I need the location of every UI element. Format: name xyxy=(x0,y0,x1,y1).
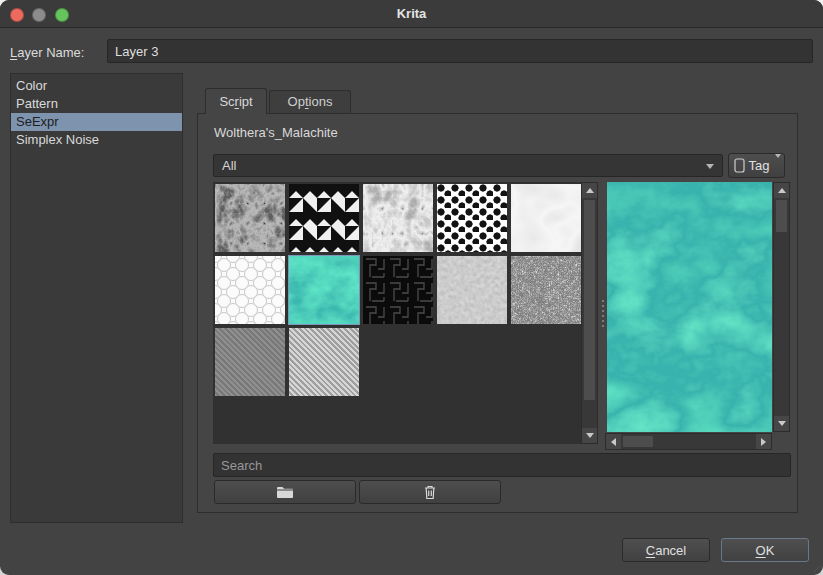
delete-resource-button[interactable] xyxy=(359,480,501,504)
preview-horizontal-scrollbar[interactable] xyxy=(605,433,772,450)
pattern-thumbnail-6[interactable] xyxy=(215,256,285,324)
grid-scrollbar[interactable] xyxy=(581,182,598,444)
chevron-down-icon xyxy=(706,164,714,169)
tag-button[interactable]: Tag xyxy=(728,153,785,178)
preview-scroll-right-button[interactable] xyxy=(756,434,771,449)
pattern-thumbnail-5[interactable] xyxy=(511,184,581,252)
folder-icon xyxy=(276,485,294,499)
preview-scroll-down-button[interactable] xyxy=(774,416,789,431)
triangle-left-icon xyxy=(611,438,616,446)
pattern-thumbnail-2[interactable] xyxy=(289,184,359,252)
preview-scroll-left-button[interactable] xyxy=(606,434,621,449)
pattern-thumbnail-3[interactable] xyxy=(363,184,433,252)
pattern-thumbnail-8[interactable] xyxy=(363,256,433,324)
tab-script[interactable]: Script xyxy=(205,88,267,114)
tag-filter-value: All xyxy=(222,158,236,173)
bookmark-icon xyxy=(734,158,745,173)
generator-type-list: Color Pattern SeExpr Simplex Noise xyxy=(10,73,183,523)
import-resource-button[interactable] xyxy=(214,480,356,504)
window-title: Krita xyxy=(0,0,823,27)
triangle-up-icon xyxy=(586,188,594,193)
pattern-thumbnail-12[interactable] xyxy=(289,328,359,396)
krita-dialog-window: Krita Layer Name: Color Pattern SeExpr S… xyxy=(0,0,823,575)
grid-scrollbar-thumb[interactable] xyxy=(584,200,595,400)
triangle-right-icon xyxy=(761,438,766,446)
pattern-thumbnail-1[interactable] xyxy=(215,184,285,252)
layer-name-label: Layer Name: xyxy=(10,45,84,60)
pattern-thumbnail-9[interactable] xyxy=(437,256,507,324)
generator-item-simplex-noise[interactable]: Simplex Noise xyxy=(11,131,182,149)
preview-hscrollbar-thumb[interactable] xyxy=(623,436,653,447)
generator-item-seexpr[interactable]: SeExpr xyxy=(11,113,182,131)
tag-button-label: Tag xyxy=(749,158,770,173)
splitter-handle[interactable] xyxy=(600,182,606,444)
tab-options[interactable]: Options xyxy=(269,90,351,113)
pattern-thumbnail-10[interactable] xyxy=(511,256,581,324)
triangle-down-icon xyxy=(586,433,594,438)
pattern-thumbnail-4[interactable] xyxy=(437,184,507,252)
titlebar: Krita xyxy=(0,0,823,28)
generator-item-color[interactable]: Color xyxy=(11,77,182,95)
generator-item-pattern[interactable]: Pattern xyxy=(11,95,182,113)
pattern-thumbnail-11[interactable] xyxy=(215,328,285,396)
tag-menu-arrow-icon xyxy=(774,158,781,173)
pattern-thumbnail-7-selected[interactable] xyxy=(289,256,359,324)
resize-grip[interactable] xyxy=(809,561,821,573)
preview-scroll-up-button[interactable] xyxy=(774,183,789,198)
resource-chooser xyxy=(213,181,791,450)
script-tab-pane: Wolthera's_Malachite All Tag xyxy=(197,113,798,513)
tag-filter-combobox[interactable]: All xyxy=(213,154,723,177)
layer-name-input[interactable] xyxy=(107,39,813,63)
pattern-grid xyxy=(213,182,581,444)
grid-scroll-up-button[interactable] xyxy=(582,183,597,198)
ok-button[interactable]: OK xyxy=(721,538,809,562)
grid-scroll-down-button[interactable] xyxy=(582,428,597,443)
preview-vscrollbar-thumb[interactable] xyxy=(776,200,787,232)
triangle-up-icon xyxy=(778,188,786,193)
search-input[interactable] xyxy=(213,453,791,477)
cancel-button[interactable]: Cancel xyxy=(622,538,710,562)
current-resource-name: Wolthera's_Malachite xyxy=(214,125,338,140)
trash-icon xyxy=(423,484,437,500)
triangle-down-icon xyxy=(778,421,786,426)
preview-vertical-scrollbar[interactable] xyxy=(773,182,790,432)
resource-preview xyxy=(607,182,772,432)
